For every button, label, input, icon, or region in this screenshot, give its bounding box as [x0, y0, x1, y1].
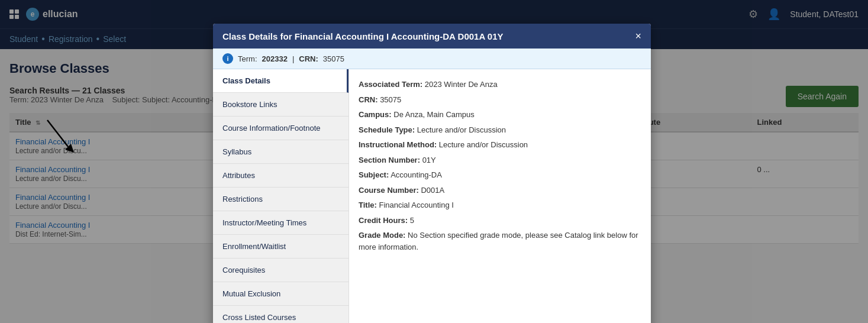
pipe-sep: | [292, 54, 294, 63]
schedule-type-label: Schedule Type: [359, 125, 415, 134]
title-value: Financial Accounting I [379, 201, 453, 209]
instructional-method-label: Instructional Method: [359, 140, 437, 149]
grade-mode-field: Grade Mode: No Section specified grade m… [359, 230, 641, 253]
instructional-method-field: Instructional Method: Lecture and/or Dis… [359, 139, 641, 151]
modal-sidebar: Class Details Bookstore Links Course Inf… [213, 69, 349, 256]
crn-label: CRN: [299, 54, 318, 63]
section-number-value: 01Y [422, 156, 436, 164]
modal-close-button[interactable]: × [635, 31, 641, 41]
sidebar-item-class-details[interactable]: Class Details [213, 69, 349, 93]
credit-hours-field: Credit Hours: 5 [359, 215, 641, 227]
title-field: Title: Financial Accounting I [359, 199, 641, 211]
credit-hours-value: 5 [410, 216, 414, 225]
modal-body: Class Details Bookstore Links Course Inf… [213, 69, 651, 256]
credit-hours-label: Credit Hours: [359, 216, 408, 225]
sidebar-item-bookstore-links[interactable]: Bookstore Links [213, 93, 349, 117]
schedule-type-field: Schedule Type: Lecture and/or Discussion [359, 124, 641, 136]
section-number-label: Section Number: [359, 156, 420, 164]
modal-info-bar: i Term: 202332 | CRN: 35075 [213, 49, 651, 69]
campus-value: De Anza, Main Campus [393, 110, 475, 119]
detail-crn-label: CRN: [359, 95, 378, 104]
associated-term-label: Associated Term: [359, 80, 422, 89]
modal-header: Class Details for Financial Accounting I… [213, 24, 651, 49]
instructional-method-value: Lecture and/or Discussion [439, 140, 528, 149]
title-label: Title: [359, 201, 377, 209]
crn-value: 35075 [323, 54, 344, 63]
grade-mode-label: Grade Mode: [359, 231, 405, 240]
associated-term-field: Associated Term: 2023 Winter De Anza [359, 79, 641, 91]
term-label: Term: [238, 54, 257, 63]
section-number-field: Section Number: 01Y [359, 154, 641, 166]
sidebar-item-enrollment[interactable]: Enrollment/Waitlist [213, 235, 349, 256]
campus-field: Campus: De Anza, Main Campus [359, 109, 641, 121]
term-value: 202332 [262, 54, 288, 63]
associated-term-value: 2023 Winter De Anza [425, 80, 498, 89]
campus-label: Campus: [359, 110, 392, 119]
crn-field: CRN: 35075 [359, 94, 641, 106]
sidebar-item-attributes[interactable]: Attributes [213, 164, 349, 188]
subject-label: Subject: [359, 170, 389, 179]
sidebar-item-restrictions[interactable]: Restrictions [213, 188, 349, 211]
modal-title: Class Details for Financial Accounting I… [222, 31, 504, 41]
info-icon: i [222, 53, 233, 64]
sidebar-item-instructor-times[interactable]: Instructor/Meeting Times [213, 211, 349, 235]
sidebar-item-course-info[interactable]: Course Information/Footnote [213, 117, 349, 140]
course-number-label: Course Number: [359, 186, 419, 195]
course-number-field: Course Number: D001A [359, 185, 641, 196]
class-details-modal: Class Details for Financial Accounting I… [213, 24, 651, 256]
detail-crn-value: 35075 [380, 95, 401, 104]
subject-value: Accounting-DA [391, 170, 442, 179]
subject-field: Subject: Accounting-DA [359, 169, 641, 181]
schedule-type-value: Lecture and/or Discussion [417, 125, 506, 134]
course-number-value: D001A [421, 186, 444, 195]
sidebar-item-syllabus[interactable]: Syllabus [213, 140, 349, 164]
modal-content-area: Associated Term: 2023 Winter De Anza CRN… [349, 69, 651, 256]
